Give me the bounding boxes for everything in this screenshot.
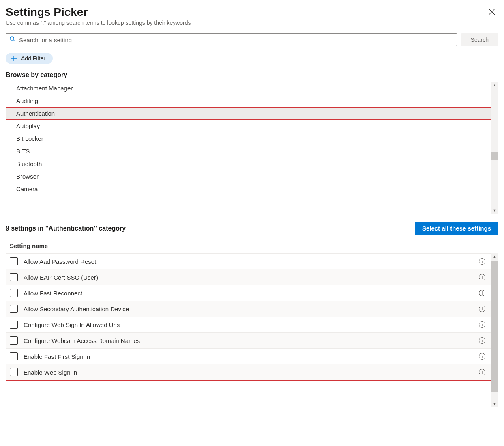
setting-name-label: Allow EAP Cert SSO (User)	[24, 274, 473, 281]
category-item[interactable]: Bluetooth	[6, 157, 491, 170]
add-filter-button[interactable]: Add Filter	[6, 53, 53, 64]
setting-row[interactable]: Allow Secondary Authentication Devicei	[6, 301, 491, 317]
setting-row[interactable]: Enable Fast First Sign Ini	[6, 349, 491, 364]
info-icon[interactable]: i	[479, 369, 485, 375]
setting-name-label: Allow Fast Reconnect	[24, 290, 473, 297]
scrollbar[interactable]: ▲ ▼	[491, 82, 498, 214]
setting-checkbox[interactable]	[10, 289, 18, 297]
info-icon[interactable]: i	[479, 321, 485, 328]
search-input[interactable]	[16, 35, 453, 45]
category-item[interactable]: Browser	[6, 170, 491, 183]
setting-name-label: Enable Web Sign In	[24, 369, 473, 376]
setting-row[interactable]: Allow EAP Cert SSO (User)i	[6, 269, 491, 285]
setting-name-label: Enable Fast First Sign In	[24, 353, 473, 360]
setting-checkbox[interactable]	[10, 273, 18, 281]
svg-line-1	[13, 40, 15, 41]
category-item[interactable]: BITS	[6, 145, 491, 157]
scroll-up-icon[interactable]: ▲	[491, 82, 498, 88]
settings-list[interactable]: Allow Aad Password ResetiAllow EAP Cert …	[6, 253, 498, 407]
category-item[interactable]: Authentication	[6, 107, 491, 120]
search-icon	[9, 36, 16, 44]
setting-name-label: Configure Web Sign In Allowed Urls	[24, 321, 473, 328]
browse-heading: Browse by category	[6, 71, 498, 79]
setting-checkbox[interactable]	[10, 368, 18, 376]
setting-row[interactable]: Allow Aad Password Reseti	[6, 254, 491, 269]
scroll-thumb[interactable]	[491, 152, 498, 160]
setting-row[interactable]: Configure Webcam Access Domain Namesi	[6, 333, 491, 349]
scrollbar[interactable]: ▲ ▼	[491, 253, 498, 407]
info-icon[interactable]: i	[479, 337, 485, 344]
info-icon[interactable]: i	[479, 353, 485, 360]
setting-row[interactable]: Allow Fast Reconnecti	[6, 285, 491, 301]
scroll-up-icon[interactable]: ▲	[491, 253, 498, 260]
setting-name-label: Allow Aad Password Reset	[24, 258, 473, 265]
setting-row[interactable]: Configure Web Sign In Allowed Urlsi	[6, 317, 491, 333]
page-title: Settings Picker	[6, 6, 191, 19]
add-filter-label: Add Filter	[21, 55, 45, 62]
info-icon[interactable]: i	[479, 306, 485, 312]
column-header-setting-name: Setting name	[6, 240, 498, 253]
scroll-thumb[interactable]	[491, 261, 498, 392]
scroll-down-icon[interactable]: ▼	[491, 401, 498, 407]
plus-icon	[11, 55, 17, 62]
category-list[interactable]: Attachment ManagerAuditingAuthentication…	[6, 82, 498, 214]
setting-checkbox[interactable]	[10, 352, 18, 360]
setting-checkbox[interactable]	[10, 257, 18, 265]
page-subtitle: Use commas "," among search terms to loo…	[6, 19, 191, 26]
setting-checkbox[interactable]	[10, 305, 18, 313]
setting-checkbox[interactable]	[10, 336, 18, 345]
info-icon[interactable]: i	[479, 258, 485, 265]
close-button[interactable]	[485, 6, 498, 19]
category-item[interactable]: Bit Locker	[6, 132, 491, 145]
search-button[interactable]: Search	[461, 33, 498, 46]
setting-name-label: Configure Webcam Access Domain Names	[24, 337, 473, 344]
category-item[interactable]: Attachment Manager	[6, 82, 491, 95]
select-all-button[interactable]: Select all these settings	[415, 222, 498, 235]
close-icon	[489, 8, 495, 17]
info-icon[interactable]: i	[479, 290, 485, 296]
category-item[interactable]: Auditing	[6, 95, 491, 107]
info-icon[interactable]: i	[479, 274, 485, 280]
setting-name-label: Allow Secondary Authentication Device	[24, 306, 473, 312]
svg-point-0	[10, 37, 14, 40]
settings-count-label: 9 settings in "Authentication" category	[6, 225, 126, 232]
category-item[interactable]: Autoplay	[6, 120, 491, 132]
setting-checkbox[interactable]	[10, 321, 18, 329]
scroll-down-icon[interactable]: ▼	[491, 207, 498, 214]
setting-row[interactable]: Enable Web Sign Ini	[6, 364, 491, 380]
search-box[interactable]	[6, 33, 457, 46]
category-item[interactable]: Camera	[6, 183, 491, 195]
